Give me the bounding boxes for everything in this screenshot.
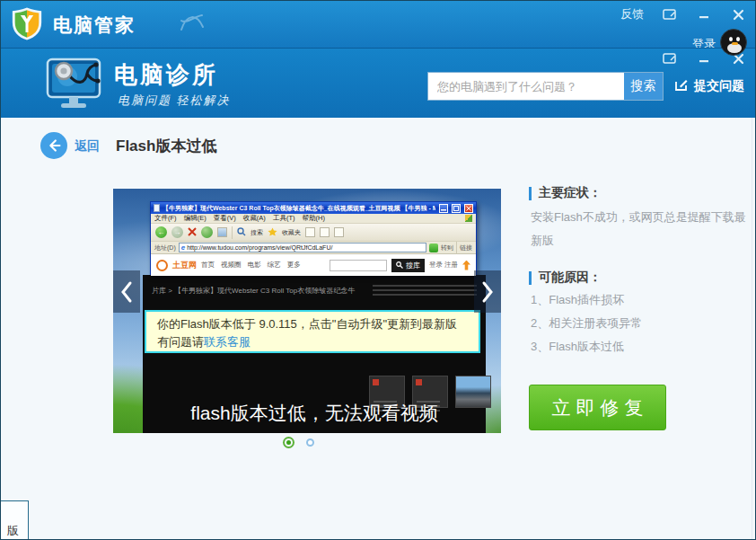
go-label: 转到 xyxy=(441,243,453,252)
version-tooltip-clipped: 版 xyxy=(0,500,29,540)
refresh-icon xyxy=(201,226,213,238)
carousel-pagination xyxy=(286,438,314,447)
chevron-left-icon xyxy=(120,280,133,304)
minimize-icon[interactable] xyxy=(696,50,712,66)
search-input[interactable] xyxy=(428,73,624,100)
ie-addressbar: 地址(D) e http://www.tudou.com/programs/vi… xyxy=(151,242,476,254)
clinic-search-box: 搜索 xyxy=(427,72,664,101)
penguin-eye xyxy=(736,37,740,41)
screenshot-caption: flash版本过低，无法观看视频 xyxy=(143,401,486,426)
carousel-next-button[interactable] xyxy=(474,270,501,313)
go-icon xyxy=(429,243,438,252)
shield-logo-icon xyxy=(10,6,44,44)
mail-icon xyxy=(320,227,330,237)
manager-titlebar: 电脑管家 反馈 登录 xyxy=(1,1,756,48)
back-label[interactable]: 返回 xyxy=(75,138,100,155)
clinic-tagline: 电脑问题 轻松解决 xyxy=(118,93,231,109)
flash-warning-callout: 你的Flash版本低于 9.0.115，点击"自动升级"更新到最新版 有问题请联… xyxy=(145,310,480,353)
stop-icon xyxy=(188,227,197,237)
ie-window-title: 【牛男独家】现代Webster C3 Roll Top衣领除皱器截念牛_在线视频… xyxy=(163,204,435,213)
app-title: 电脑管家 xyxy=(53,13,136,38)
ie-close-icon xyxy=(464,204,473,213)
links-label: 链接 xyxy=(460,243,472,252)
submit-question-label: 提交问题 xyxy=(694,78,744,94)
symptoms-heading: 主要症状： xyxy=(529,185,602,201)
message-box-icon[interactable] xyxy=(662,6,678,22)
minimize-icon[interactable] xyxy=(696,6,712,22)
tudou-site-header: 土豆网 首页 视频圈 电影 综艺 更多 搜库 登录 注册 xyxy=(151,254,476,276)
chevron-right-icon xyxy=(481,280,494,304)
tudou-account-links: 登录 注册 xyxy=(429,261,458,270)
clinic-header: 电脑诊所 电脑问题 轻松解决 搜索 提交问题 xyxy=(1,48,756,118)
carousel-prev-button[interactable] xyxy=(113,270,140,313)
clinic-monitor-stethoscope-icon xyxy=(42,54,107,117)
ie-toolbar: ← → 搜索 收藏夹 xyxy=(151,224,476,242)
issue-screenshot-carousel: 片库 > 【牛男独家】现代Webster C3 Roll Top衣领除皱器纪念牛… xyxy=(113,189,501,433)
back-icon: ← xyxy=(155,226,167,238)
arrow-left-icon xyxy=(44,136,64,155)
symptoms-text: 安装Flash不成功，或网页总是提醒下载最新版 xyxy=(531,206,750,252)
contact-support-link: 联系客服 xyxy=(204,335,251,349)
tudou-logo-text: 土豆网 xyxy=(172,260,197,271)
tudou-search-input xyxy=(330,260,387,271)
search-button[interactable]: 搜索 xyxy=(624,73,663,100)
carousel-dot-active[interactable] xyxy=(286,440,291,445)
print-icon xyxy=(334,227,344,237)
home-icon xyxy=(217,227,227,237)
clinic-title: 电脑诊所 xyxy=(114,59,218,91)
ie-e-icon: e xyxy=(181,243,185,252)
address-input: e http://www.tudou.com/programs/view/QRt… xyxy=(179,243,426,252)
sidebar-thumb-labels xyxy=(367,282,482,296)
cause-item: 2、相关注册表项异常 xyxy=(531,312,642,335)
forward-icon: → xyxy=(171,226,183,238)
history-icon xyxy=(305,227,315,237)
ie-document-icon xyxy=(154,204,160,212)
panel-divider xyxy=(752,118,752,539)
magnifier-icon xyxy=(396,261,403,269)
callout-line1: 你的Flash版本低于 9.0.115，点击"自动升级"更新到最新版 xyxy=(157,315,468,333)
close-icon[interactable] xyxy=(730,6,746,22)
ie-browser-window: 【牛男独家】现代Webster C3 Roll Top衣领除皱器截念牛_在线视频… xyxy=(150,201,477,275)
back-button[interactable] xyxy=(40,132,67,159)
login-label[interactable]: 登录 xyxy=(692,36,716,48)
tudou-breadcrumb: 片库 > 【牛男独家】现代Webster C3 Roll Top衣领除皱器纪念牛 xyxy=(152,286,355,296)
callout-line2-text: 有问题请 xyxy=(157,335,204,349)
causes-heading: 可能原因： xyxy=(529,270,602,286)
upload-arrow-icon xyxy=(462,261,470,270)
ie-menu-items: 文件(F) 编辑(E) 查看(V) 收藏(A) 工具(T) 帮助(H) xyxy=(154,214,325,223)
favorites-star-icon xyxy=(268,227,277,237)
app-window: 电脑管家 反馈 登录 xyxy=(0,0,756,540)
ie-toolbar-favorites-label: 收藏夹 xyxy=(282,228,301,237)
search-magnifier-icon xyxy=(237,227,246,237)
ie-minimize-icon xyxy=(439,204,448,213)
carousel-dot[interactable] xyxy=(306,438,314,447)
pencil-square-icon xyxy=(674,78,688,94)
cause-item: 3、Flash版本过低 xyxy=(531,335,642,359)
fix-now-button[interactable]: 立即修复 xyxy=(529,385,666,430)
address-label: 地址(D) xyxy=(154,243,176,252)
tudou-nav: 首页 视频圈 电影 综艺 更多 xyxy=(201,261,301,270)
tudou-logo-icon xyxy=(156,260,168,271)
submit-question-button[interactable]: 提交问题 xyxy=(674,78,744,94)
feedback-button[interactable]: 反馈 xyxy=(620,6,644,22)
windows-flag-icon xyxy=(465,215,472,222)
causes-list: 1、Flash插件损坏 2、相关注册表项异常 3、Flash版本过低 xyxy=(531,288,642,359)
signature-swirl-icon xyxy=(179,12,206,37)
penguin-eye xyxy=(729,37,733,41)
address-url: http://www.tudou.com/programs/view/QRtJf… xyxy=(187,244,332,251)
ie-toolbar-search-label: 搜索 xyxy=(251,228,263,237)
ie-maximize-icon xyxy=(452,204,461,213)
tudou-search-button: 搜库 xyxy=(391,259,425,272)
cause-item: 1、Flash插件损坏 xyxy=(531,288,642,312)
ie-menubar: 文件(F) 编辑(E) 查看(V) 收藏(A) 工具(T) 帮助(H) xyxy=(151,214,476,224)
qq-avatar[interactable] xyxy=(720,29,747,56)
message-box-icon[interactable] xyxy=(662,50,678,66)
penguin-beak xyxy=(732,42,738,45)
ie-titlebar: 【牛男独家】现代Webster C3 Roll Top衣领除皱器截念牛_在线视频… xyxy=(151,202,476,214)
page-title: Flash版本过低 xyxy=(116,136,216,156)
